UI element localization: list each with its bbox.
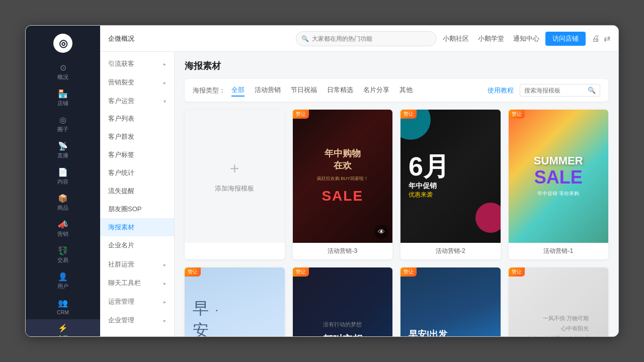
menu-item-business-card[interactable]: 企业名片 xyxy=(100,236,174,254)
trade-icon: 💱 xyxy=(58,246,68,255)
menu-item-customer-stats[interactable]: 客户统计 xyxy=(100,164,174,182)
sidebar-logo: ◎ xyxy=(26,26,100,59)
add-icon: + xyxy=(230,159,239,178)
poster-card-5[interactable]: 赞让 没有行动的梦想 都叫妄想 日常精选-2 xyxy=(293,267,393,336)
filter-tab-card[interactable]: 名片分享 xyxy=(363,84,389,97)
menu-section-customer: 客户运营 ▾ 客户列表 客户群发 客户标签 客户统计 流失提醒 朋友圈SOP 海… xyxy=(100,93,174,254)
overview-icon: ⊙ xyxy=(60,63,66,72)
filter-tab-holiday[interactable]: 节日祝福 xyxy=(291,84,317,97)
printer-icon[interactable]: 🖨 xyxy=(592,34,600,43)
sidebar-label-overview: 概况 xyxy=(57,74,68,81)
sidebar-label-crm: CRM xyxy=(57,309,69,315)
menu-section-attract: 引流获客 ▸ xyxy=(100,56,174,72)
sidebar-item-product[interactable]: 📦 商品 xyxy=(26,190,100,216)
poster-badge-3: 赞让 xyxy=(293,110,309,119)
menu-section-community-title[interactable]: 社群运营 ▸ xyxy=(100,256,174,273)
poster-badge-4: 赞让 xyxy=(185,267,201,277)
poster-badge-2: 赞让 xyxy=(400,110,417,119)
sidebar-item-trade[interactable]: 💱 交易 xyxy=(26,242,100,268)
sidebar-label-product: 商品 xyxy=(57,205,68,212)
app-window: ◎ ⊙ 概况 🏪 店铺 ◎ 圈子 📡 直播 📄 内容 xyxy=(25,25,619,337)
poster-grid: + 添加海报模板 赞让 年中购物在欢 疯狂狂欢购 BUY回家啦！ SALE 👁 xyxy=(185,110,608,336)
filter-tab-daily[interactable]: 日常精选 xyxy=(327,84,353,97)
poster-name-3: 活动营销-3 xyxy=(293,243,393,259)
menu-section-viral-title[interactable]: 营销裂变 ▸ xyxy=(100,74,174,91)
main-area: 企微概况 🔍 小鹅社区 小鹅学堂 通知中心 访问店铺 🖨 ⇄ xyxy=(100,26,618,336)
product-icon: 📦 xyxy=(58,194,68,203)
sidebar-nav: ⊙ 概况 🏪 店铺 ◎ 圈子 📡 直播 📄 内容 📦 商品 xyxy=(26,59,100,336)
menu-item-moments-sop[interactable]: 朋友圈SOP xyxy=(100,200,174,218)
poster-image-5: 赞让 没有行动的梦想 都叫妄想 xyxy=(293,267,393,336)
poster-card-7[interactable]: 赞让 一风不惧·万物可期 心中有阳光 把每一个日子都过成赤诚 周日 日常精选-4 xyxy=(509,267,609,336)
search-input[interactable] xyxy=(312,35,431,42)
poster-badge-1: 赞让 xyxy=(509,110,525,119)
filter-bar: 海报类型： 全部 活动营销 节日祝福 日常精选 名片分享 其他 使用教程 🔍 xyxy=(185,79,608,102)
template-search-input[interactable] xyxy=(524,87,585,94)
marketing-icon: 📣 xyxy=(58,220,68,229)
poster-card-4[interactable]: 赞让 早 · 安 日常精选-1 xyxy=(185,267,285,336)
template-search[interactable]: 🔍 xyxy=(520,84,600,97)
filter-tab-activity[interactable]: 活动营销 xyxy=(255,84,281,97)
qiwei-icon: ⚡ xyxy=(58,323,68,333)
sidebar-label-live: 直播 xyxy=(57,152,68,159)
poster-preview-icon-3: 👁 xyxy=(374,225,388,239)
menu-item-lost-reminder[interactable]: 流失提醒 xyxy=(100,182,174,200)
add-poster-label: 添加海报模板 xyxy=(215,184,254,193)
sidebar-item-content[interactable]: 📄 内容 xyxy=(26,163,100,190)
poster-image-2: 赞让 6月 年中促销 优惠来袭 xyxy=(400,110,501,243)
sidebar-item-circle[interactable]: ◎ 圈子 xyxy=(26,111,100,137)
sidebar-label-qiwei: 企微 xyxy=(57,334,68,336)
topbar-link-notice[interactable]: 通知中心 xyxy=(513,34,539,43)
sidebar-item-crm[interactable]: 👥 CRM xyxy=(26,294,100,319)
search-icon: 🔍 xyxy=(301,35,309,42)
topbar-icon-group: 🖨 ⇄ xyxy=(592,34,610,43)
poster-card-1[interactable]: 赞让 SUMMER SALE 年中促销 等你来购 活动营销-1 xyxy=(509,110,609,259)
search-bar[interactable]: 🔍 xyxy=(296,31,437,46)
live-icon: 📡 xyxy=(58,141,68,151)
sidebar-label-content: 内容 xyxy=(57,178,68,186)
logo-icon: ◎ xyxy=(53,34,72,53)
menu-section-attract-title[interactable]: 引流获客 ▸ xyxy=(100,56,174,72)
chevron-right-icon: ▸ xyxy=(164,61,166,67)
menu-section-chat-title[interactable]: 聊天工具栏 ▸ xyxy=(100,275,174,292)
menu-section-customer-title[interactable]: 客户运营 ▾ xyxy=(100,93,174,110)
poster-image-4: 赞让 早 · 安 xyxy=(185,267,285,336)
poster-image-6: 赞让 早安|出发 你每格改变一次·一次变好一点点 xyxy=(400,267,501,336)
chevron-down-icon: ▾ xyxy=(164,99,166,104)
menu-section-community: 社群运营 ▸ xyxy=(100,256,174,273)
sidebar-item-overview[interactable]: ⊙ 概况 xyxy=(26,59,100,85)
sidebar-label-shop: 店铺 xyxy=(57,100,68,107)
poster-card-6[interactable]: 赞让 早安|出发 你每格改变一次·一次变好一点点 日常精选-3 xyxy=(400,267,501,336)
filter-tabs: 全部 活动营销 节日祝福 日常精选 名片分享 其他 xyxy=(231,84,488,97)
menu-section-ops-title[interactable]: 运营管理 ▸ xyxy=(100,294,174,310)
menu-item-customer-tag[interactable]: 客户标签 xyxy=(100,146,174,164)
topbar-link-community[interactable]: 小鹅社区 xyxy=(443,34,469,43)
sidebar-item-shop[interactable]: 🏪 店铺 xyxy=(26,85,100,111)
menu-section-enterprise-title[interactable]: 企业管理 ▸ xyxy=(100,312,174,329)
poster-image-1: 赞让 SUMMER SALE 年中促销 等你来购 xyxy=(509,110,609,243)
topbar-link-school[interactable]: 小鹅学堂 xyxy=(478,34,504,43)
left-menu: 引流获客 ▸ 营销裂变 ▸ 客户运营 ▾ 客户列表 客户群 xyxy=(100,52,175,336)
menu-item-customer-list[interactable]: 客户列表 xyxy=(100,110,174,128)
filter-tab-other[interactable]: 其他 xyxy=(399,84,413,97)
sidebar-item-qiwei[interactable]: ⚡ 企微 xyxy=(26,319,100,336)
sidebar-item-marketing[interactable]: 📣 营销 xyxy=(26,216,100,242)
filter-tab-all[interactable]: 全部 xyxy=(231,84,245,97)
menu-item-poster-materials[interactable]: 海报素材 xyxy=(100,218,174,236)
sidebar-item-user[interactable]: 👤 用户 xyxy=(26,268,100,294)
add-poster-area[interactable]: + 添加海报模板 xyxy=(185,110,285,243)
page-title: 海报素材 xyxy=(185,60,221,72)
shop-icon: 🏪 xyxy=(58,89,68,99)
visit-store-button[interactable]: 访问店铺 xyxy=(545,32,586,46)
sidebar-item-live[interactable]: 📡 直播 xyxy=(26,137,100,163)
poster-card-2[interactable]: 赞让 6月 年中促销 优惠来袭 活动营销-2 xyxy=(400,110,501,259)
page-content: 海报素材 海报类型： 全部 活动营销 节日祝福 日常精选 名片分享 其他 使用教… xyxy=(175,52,618,336)
add-poster-card[interactable]: + 添加海报模板 xyxy=(185,110,285,259)
chevron-right-icon-4: ▸ xyxy=(164,281,166,286)
crm-icon: 👥 xyxy=(58,298,68,308)
user-icon: 👤 xyxy=(58,272,68,282)
tutorial-link[interactable]: 使用教程 xyxy=(488,86,514,95)
refresh-icon[interactable]: ⇄ xyxy=(604,34,610,43)
menu-item-customer-broadcast[interactable]: 客户群发 xyxy=(100,128,174,146)
poster-card-3[interactable]: 赞让 年中购物在欢 疯狂狂欢购 BUY回家啦！ SALE 👁 活动营销-3 xyxy=(293,110,393,259)
